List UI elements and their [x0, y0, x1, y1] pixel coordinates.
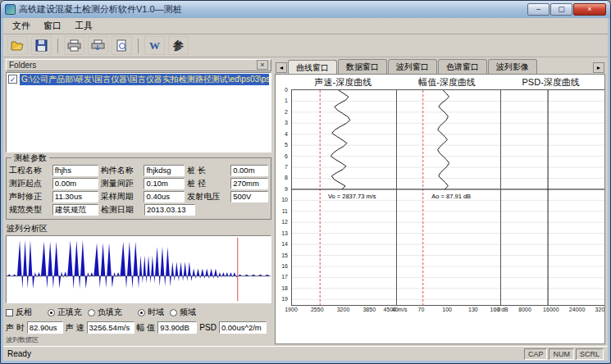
param-value[interactable]: 0.10m	[144, 178, 185, 189]
file-checkbox[interactable]: ✓	[8, 75, 17, 84]
tab-scroll-right-button[interactable]: ►	[593, 62, 604, 73]
menu-item-工具[interactable]: 工具	[68, 18, 99, 34]
param-label: 测距起点	[9, 178, 50, 189]
charts-ticks: 19002550320038504500 m/s4070100130160 dB…	[291, 306, 603, 316]
param-label: 采样周期	[101, 191, 142, 202]
depth-tick: 3	[285, 120, 288, 125]
printer-icon	[67, 39, 81, 52]
param-value[interactable]: 建筑规范	[52, 204, 98, 216]
tabs: 曲线窗口数据窗口波列窗口色谱窗口波列影像	[288, 59, 537, 74]
tab-strip: ◄ 曲线窗口数据窗口波列窗口色谱窗口波列影像 ►	[275, 59, 605, 74]
charts-plots: Vo = 2837.73 m/sAo = 87.91 dB	[291, 89, 605, 306]
tab-曲线窗口[interactable]: 曲线窗口	[288, 60, 337, 75]
depth-tick: 17	[281, 274, 288, 280]
control-频域[interactable]: 频域	[170, 307, 196, 318]
export-print-button[interactable]	[88, 36, 108, 55]
titlebar[interactable]: 高铁建设混凝土检测分析软件V1.0—测桩 – ▢ ×	[1, 1, 610, 18]
main-area: Folders × ✓ G:\公司产品部\研发\国言仪器\国言仪器实拍检测路径测…	[3, 57, 608, 346]
x-tick: 32000	[595, 307, 605, 312]
tab-波列窗口[interactable]: 波列窗口	[388, 59, 437, 74]
app-window: 高铁建设混凝土检测分析软件V1.0—测桩 – ▢ × 文件窗口工具	[0, 0, 611, 364]
param-label: 工程名称	[9, 165, 50, 176]
app-body: 文件窗口工具 W 参	[3, 18, 608, 361]
control-正填充[interactable]: 正填充	[48, 307, 82, 318]
x-axis-3: 08000160002400032000	[499, 306, 603, 316]
chart-svg-2: Ao = 87.91 dB	[397, 90, 501, 305]
file-path: G:\公司产品部\研发\国言仪器\国言仪器实拍检测路径测试\ed\ps03\ps…	[20, 74, 269, 85]
x-tick: 8000	[518, 307, 531, 312]
param-row: 声时修正11.30us采样周期0.40us发射电压500V	[9, 191, 268, 202]
depth-tick: 4	[285, 130, 288, 136]
open-folder-icon	[11, 40, 25, 52]
x-axis-1: 19002550320038504500 m/s	[291, 306, 395, 316]
control-反相[interactable]: 反相	[6, 307, 32, 318]
print-button[interactable]	[64, 36, 84, 55]
param-value[interactable]: 270mm	[230, 178, 268, 189]
file-list[interactable]: ✓ G:\公司产品部\研发\国言仪器\国言仪器实拍检测路径测试\ed\ps03\…	[6, 72, 271, 152]
measure-value: 3256.54m/s	[87, 321, 135, 334]
depth-tick: 1	[285, 98, 288, 103]
chart-plot-2[interactable]: Ao = 87.91 dB	[396, 90, 500, 305]
param-value[interactable]: 11.30us	[52, 191, 98, 202]
depth-tick: 19	[281, 296, 288, 302]
params-group-title: 测桩参数	[11, 152, 49, 164]
param-value[interactable]: 0.00m	[52, 178, 98, 189]
tab-色谱窗口[interactable]: 色谱窗口	[438, 59, 487, 74]
waveform-panel[interactable]	[6, 235, 271, 303]
chart-svg-3	[501, 90, 605, 305]
param-value[interactable]: 0.00m	[230, 165, 268, 176]
radio-时域[interactable]	[138, 309, 145, 316]
menu-item-文件[interactable]: 文件	[6, 18, 37, 34]
chart-plot-3[interactable]	[500, 90, 604, 305]
waveform-note: 波列数据区	[6, 335, 271, 344]
folders-header: Folders ×	[6, 59, 271, 71]
chart-title-2: 幅值-深度曲线	[395, 76, 499, 89]
status-key-SCRL: SCRL	[576, 348, 604, 360]
menu-item-窗口[interactable]: 窗口	[37, 18, 68, 34]
depth-tick: 14	[281, 241, 288, 247]
x-tick: 3200	[337, 307, 350, 312]
minimize-button[interactable]: –	[527, 3, 549, 16]
chart-plot-1[interactable]: Vo = 2837.73 m/s	[292, 90, 396, 305]
param-value[interactable]: 0.40us	[144, 191, 185, 202]
params-button[interactable]: 参	[168, 36, 189, 55]
waveform-label: 波列分析区	[7, 223, 271, 234]
open-file-button[interactable]	[7, 36, 28, 55]
radio-频域[interactable]	[170, 309, 177, 316]
chart-annotation: Vo = 2837.73 m/s	[328, 193, 376, 200]
maximize-button[interactable]: ▢	[550, 3, 572, 16]
chart-title-3: PSD-深度曲线	[499, 76, 603, 89]
param-label: 规范类型	[9, 204, 50, 216]
x-tick: 40	[392, 307, 399, 312]
tab-波列影像[interactable]: 波列影像	[488, 59, 537, 74]
tab-数据窗口[interactable]: 数据窗口	[338, 59, 387, 74]
x-tick: 1900	[285, 307, 298, 312]
word-export-button[interactable]: W	[144, 36, 165, 55]
control-label: 频域	[180, 307, 196, 318]
status-text: Ready	[7, 349, 522, 358]
close-button[interactable]: ×	[573, 3, 606, 16]
param-value[interactable]: 500V	[230, 191, 268, 202]
menu-bar: 文件窗口工具	[3, 18, 608, 34]
control-负填充[interactable]: 负填充	[88, 307, 122, 318]
save-button[interactable]	[31, 36, 52, 55]
measure-label: 声 速	[66, 322, 84, 334]
x-tick: 100	[442, 307, 452, 312]
param-value[interactable]: fhjkdsg	[144, 165, 185, 176]
folders-close-button[interactable]: ×	[257, 60, 268, 70]
radio-正填充[interactable]	[48, 309, 55, 316]
checkbox-反相[interactable]	[6, 309, 13, 316]
print-preview-icon	[116, 39, 128, 52]
param-value[interactable]: 2013.03.13	[144, 204, 195, 216]
file-item[interactable]: ✓ G:\公司产品部\研发\国言仪器\国言仪器实拍检测路径测试\ed\ps03\…	[7, 73, 271, 86]
tab-scroll-left-button[interactable]: ◄	[276, 62, 287, 73]
preview-button[interactable]	[112, 36, 132, 55]
param-row: 工程名称fhjhs构件名称fhjkdsg桩 长0.00m	[9, 165, 268, 176]
charts-titles: 声速-深度曲线幅值-深度曲线PSD-深度曲线	[291, 76, 603, 89]
status-bar: Ready CAPNUMSCRL	[3, 346, 608, 361]
status-keys: CAPNUMSCRL	[522, 348, 604, 360]
param-value[interactable]: fhjhs	[52, 165, 98, 176]
control-时域[interactable]: 时域	[138, 307, 164, 318]
chart-svg-1: Vo = 2837.73 m/s	[292, 90, 396, 305]
radio-负填充[interactable]	[88, 309, 95, 316]
